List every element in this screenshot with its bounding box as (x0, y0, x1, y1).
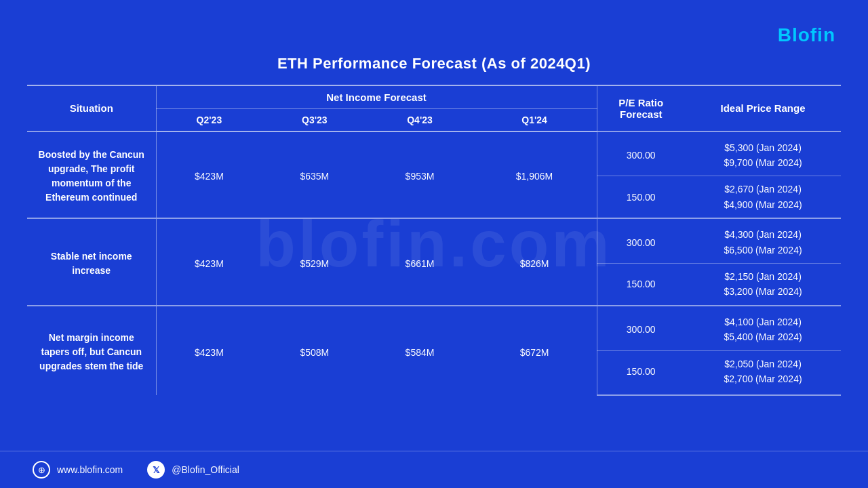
q2-cell: $423M (156, 131, 262, 219)
situation-header: Situation (27, 85, 156, 131)
q3-cell: $529M (262, 218, 367, 306)
q4-cell: $584M (367, 306, 472, 396)
twitter-icon: 𝕏 (147, 461, 165, 479)
pe-cell: 300.00 (597, 306, 685, 350)
website-item: ⊕ www.blofin.com (33, 461, 123, 479)
table-row: Net margin income tapers off, but Cancun… (27, 306, 841, 350)
page-title: ETH Performance Forecast (As of 2024Q1) (27, 55, 841, 73)
q4-cell: $661M (367, 218, 472, 306)
globe-icon: ⊕ (33, 461, 50, 479)
q2-cell: $423M (156, 306, 262, 396)
q1-cell: $672M (473, 306, 597, 396)
pe-header: P/E Ratio Forecast (597, 85, 685, 131)
q1-cell: $826M (473, 218, 597, 306)
situation-cell: Net margin income tapers off, but Cancun… (27, 306, 156, 396)
q4-cell: $953M (367, 131, 472, 219)
q2-header: Q2'23 (156, 108, 262, 131)
pe-cell: 150.00 (597, 176, 685, 218)
group-header-row: Situation Net Income Forecast P/E Ratio … (27, 85, 841, 109)
ideal-cell: $2,050 (Jan 2024) $2,700 (Mar 2024) (685, 350, 841, 395)
q2-cell: $423M (156, 218, 262, 306)
ideal-cell: $4,300 (Jan 2024) $6,500 (Mar 2024) (685, 218, 841, 263)
q1-cell: $1,906M (473, 131, 597, 219)
table-body: Boosted by the Cancun upgrade, The profi… (27, 131, 841, 396)
pe-cell: 300.00 (597, 131, 685, 176)
ideal-cell: $4,100 (Jan 2024) $5,400 (Mar 2024) (685, 306, 841, 350)
footer: ⊕ www.blofin.com 𝕏 @Blofin_Official (0, 451, 868, 488)
forecast-table: Situation Net Income Forecast P/E Ratio … (27, 85, 841, 396)
ideal-cell: $2,670 (Jan 2024) $4,900 (Mar 2024) (685, 176, 841, 218)
ideal-header: Ideal Price Range (685, 85, 841, 131)
q3-cell: $635M (262, 131, 367, 219)
website-label: www.blofin.com (57, 464, 123, 475)
ideal-cell: $2,150 (Jan 2024) $3,200 (Mar 2024) (685, 264, 841, 306)
q3-header: Q3'23 (262, 108, 367, 131)
ideal-cell: $5,300 (Jan 2024) $9,700 (Mar 2024) (685, 131, 841, 176)
q4-header: Q4'23 (367, 108, 472, 131)
net-income-header: Net Income Forecast (156, 85, 597, 109)
table-row: Stable net income increase$423M$529M$661… (27, 218, 841, 263)
pe-cell: 150.00 (597, 264, 685, 306)
main-content: ETH Performance Forecast (As of 2024Q1) … (0, 0, 868, 451)
q1-header: Q1'24 (473, 108, 597, 131)
twitter-label: @Blofin_Official (172, 464, 239, 475)
pe-cell: 150.00 (597, 350, 685, 395)
twitter-item: 𝕏 @Blofin_Official (147, 461, 239, 479)
situation-cell: Stable net income increase (27, 218, 156, 306)
situation-cell: Boosted by the Cancun upgrade, The profi… (27, 131, 156, 219)
q3-cell: $508M (262, 306, 367, 396)
table-row: Boosted by the Cancun upgrade, The profi… (27, 131, 841, 176)
pe-cell: 300.00 (597, 218, 685, 263)
